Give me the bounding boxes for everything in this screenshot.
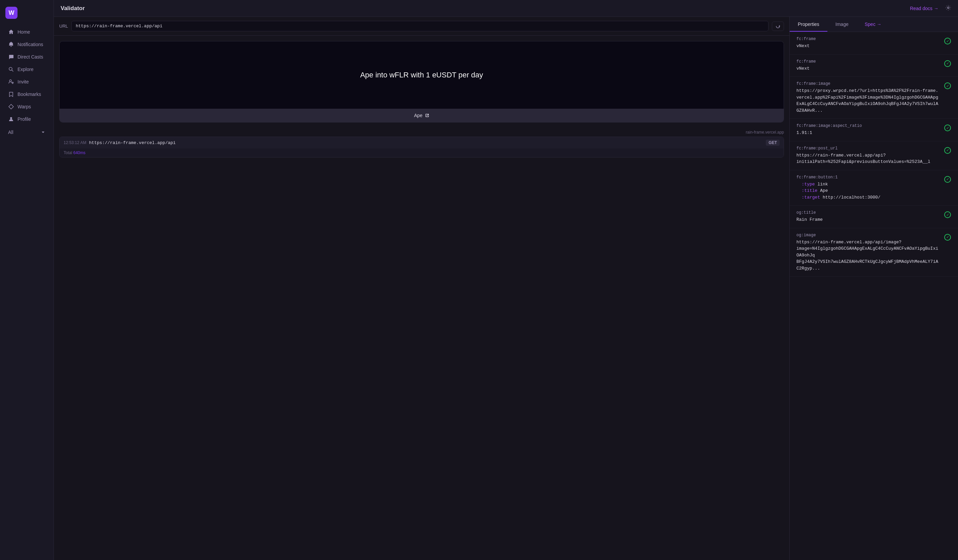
tab-spec[interactable]: Spec →	[856, 17, 890, 32]
svg-point-7	[948, 7, 949, 9]
prop-key: fc:frame:post_url	[796, 146, 940, 151]
prop-item: fc:frame:post_urlhttps://rain-frame.verc…	[790, 141, 958, 170]
svg-point-2	[10, 80, 11, 82]
main-content: Validator Read docs → URL	[54, 0, 958, 560]
prop-content: og:titleRain Frame	[796, 210, 940, 223]
home-icon	[8, 29, 14, 35]
prop-item: fc:framevNext✓	[790, 54, 958, 77]
check-valid-icon: ✓	[944, 82, 951, 89]
prop-value: vNext	[796, 65, 940, 72]
log-url: https://rain-frame.vercel.app/api	[89, 140, 175, 145]
frame-action-button[interactable]: Ape	[60, 109, 784, 122]
sidebar-item-bookmarks[interactable]: Bookmarks	[3, 88, 51, 100]
url-input[interactable]	[71, 21, 768, 31]
log-time: 12:53:12 AM	[63, 140, 86, 145]
message-icon	[8, 54, 14, 60]
frame-preview: Ape into wFLR with 1 eUSDT per day Ape	[59, 41, 784, 122]
prop-content: fc:frame:image:aspect_ratio1.91:1	[796, 124, 940, 136]
sidebar-item-profile[interactable]: Profile	[3, 113, 51, 125]
log-total: Total 640ms	[60, 148, 784, 157]
frame-source-url: rain-frame.vercel.app	[54, 128, 789, 136]
prop-key: og:title	[796, 210, 940, 215]
prop-check: ✓	[944, 233, 951, 241]
prop-item: fc:frame:image:aspect_ratio1.91:1✓	[790, 119, 958, 141]
prop-item: og:titleRain Frame✓	[790, 206, 958, 228]
user-icon	[8, 116, 14, 122]
prop-key: fc:frame	[796, 59, 940, 64]
app-header: Validator Read docs →	[54, 0, 958, 17]
check-valid-icon: ✓	[944, 147, 951, 154]
bookmark-icon	[8, 91, 14, 97]
user-plus-icon	[8, 79, 14, 85]
prop-check: ✓	[944, 37, 951, 45]
prop-check: ✓	[944, 60, 951, 67]
check-valid-icon: ✓	[944, 38, 951, 44]
log-header: 12:53:12 AM https://rain-frame.vercel.ap…	[60, 137, 784, 148]
svg-line-1	[12, 70, 13, 71]
frame-image-text: Ape into wFLR with 1 eUSDT per day	[360, 70, 483, 81]
svg-marker-5	[9, 104, 13, 109]
chevron-down-icon	[41, 130, 46, 135]
prop-check: ✓	[944, 211, 951, 219]
log-entry: 12:53:12 AM https://rain-frame.vercel.ap…	[59, 136, 784, 157]
log-method: GET	[766, 140, 780, 146]
prop-key: fc:frame:image:aspect_ratio	[796, 124, 940, 128]
prop-item: fc:frame:imagehttps://proxy.wrpcd.net/?u…	[790, 77, 958, 119]
properties-panel: Properties Image Spec → fc:framevNext✓fc…	[790, 17, 958, 560]
prop-item: og:imagehttps://rain-frame.vercel.app/ap…	[790, 228, 958, 277]
tab-image[interactable]: Image	[827, 17, 856, 32]
prop-check: ✓	[944, 82, 951, 89]
check-valid-icon: ✓	[944, 125, 951, 131]
sidebar-item-warps[interactable]: Warps	[3, 101, 51, 113]
all-dropdown[interactable]: All	[3, 127, 51, 138]
url-bar: URL	[54, 17, 789, 36]
prop-key: og:image	[796, 233, 940, 238]
prop-value: https://rain-frame.vercel.app/api/image?…	[796, 239, 940, 272]
sidebar-item-direct-casts[interactable]: Direct Casts	[3, 51, 51, 63]
check-valid-icon: ✓	[944, 234, 951, 241]
prop-value: vNext	[796, 43, 940, 49]
read-docs-link[interactable]: Read docs →	[910, 6, 939, 11]
page-title: Validator	[60, 5, 85, 12]
prop-check: ✓	[944, 124, 951, 132]
prop-value: :type link :title Ape :target http://loc…	[796, 181, 940, 201]
prop-item: fc:frame:button:1 :type link :title Ape …	[790, 170, 958, 206]
prop-content: fc:frame:post_urlhttps://rain-frame.verc…	[796, 146, 940, 165]
tab-properties[interactable]: Properties	[790, 17, 827, 32]
prop-value: https://rain-frame.vercel.app/api? initi…	[796, 152, 940, 165]
content-area: URL Ape into wFLR with 1 eUSDT per day A…	[54, 17, 958, 560]
diamond-icon	[8, 104, 14, 110]
sidebar: W Home Notifications	[0, 0, 54, 560]
frame-image: Ape into wFLR with 1 eUSDT per day	[60, 41, 784, 109]
prop-item: fc:framevNext✓	[790, 32, 958, 54]
check-valid-icon: ✓	[944, 176, 951, 183]
prop-key: fc:frame	[796, 36, 940, 41]
prop-key: fc:frame:image	[796, 81, 940, 86]
prop-value: Rain Frame	[796, 216, 940, 223]
app-logo[interactable]: W	[5, 7, 17, 19]
prop-content: fc:framevNext	[796, 59, 940, 72]
prop-content: fc:frame:imagehttps://proxy.wrpcd.net/?u…	[796, 81, 940, 114]
validator-panel: URL Ape into wFLR with 1 eUSDT per day A…	[54, 17, 790, 560]
svg-point-6	[10, 117, 12, 119]
prop-content: fc:frame:button:1 :type link :title Ape …	[796, 175, 940, 201]
prop-content: og:imagehttps://rain-frame.vercel.app/ap…	[796, 233, 940, 272]
prop-value: https://proxy.wrpcd.net/?url=https%3A%2F…	[796, 87, 940, 114]
prop-check: ✓	[944, 176, 951, 183]
bell-icon	[8, 41, 14, 48]
props-tabs: Properties Image Spec →	[790, 17, 958, 32]
settings-icon[interactable]	[945, 5, 951, 12]
refresh-button[interactable]	[772, 22, 784, 31]
prop-value: 1.91:1	[796, 130, 940, 136]
sidebar-item-invite[interactable]: Invite	[3, 76, 51, 88]
prop-content: fc:framevNext	[796, 36, 940, 49]
properties-list: fc:framevNext✓fc:framevNext✓fc:frame:ima…	[790, 32, 958, 560]
check-valid-icon: ✓	[944, 211, 951, 218]
url-label: URL	[59, 24, 68, 29]
sidebar-item-notifications[interactable]: Notifications	[3, 38, 51, 51]
external-link-icon	[425, 113, 429, 117]
sidebar-item-home[interactable]: Home	[3, 26, 51, 38]
search-icon	[8, 66, 14, 72]
check-valid-icon: ✓	[944, 60, 951, 67]
sidebar-item-explore[interactable]: Explore	[3, 63, 51, 75]
